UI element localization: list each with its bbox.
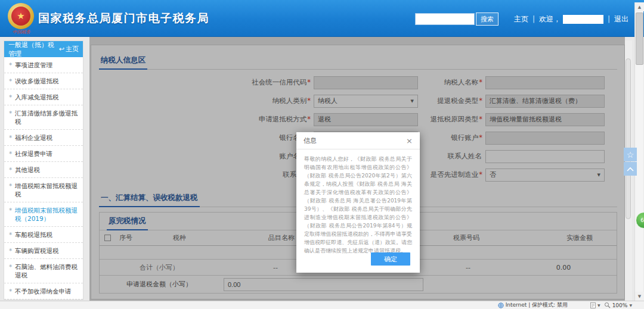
content-scrollbar-thumb[interactable]: [626, 58, 631, 219]
bullet-icon: *: [9, 93, 15, 101]
back-arrow-icon: ↩: [59, 45, 64, 53]
sidebar-menu: 一般退（抵）税管理 ↩ 主页 *事项进度管理 *误收多缴退抵税 *入库减免退抵税…: [4, 40, 83, 300]
sidebar-title: 一般退（抵）税管理: [8, 40, 59, 58]
bullet-icon: *: [9, 61, 15, 69]
chevron-up-icon: [627, 167, 634, 171]
search-input[interactable]: [415, 13, 475, 25]
sidebar-item-vat-credit-offset[interactable]: *增值税留抵抵欠: [4, 299, 83, 300]
star-icon: ☆: [627, 150, 634, 160]
globe-icon: [498, 302, 504, 308]
sidebar-item-vehicle-purchase-refund[interactable]: *车辆购置税退税: [4, 243, 83, 259]
top-header: ★ 中国税务 国家税务总局厦门市电子税务局 搜索 主页 | 欢迎， | 退出: [0, 0, 644, 37]
site-title: 国家税务总局厦门市电子税务局: [38, 11, 209, 26]
page-icon: [590, 302, 596, 308]
sidebar-item-vat-period-end-refund[interactable]: *增值税期末留抵税额退税: [4, 178, 83, 202]
favorite-star-button[interactable]: ☆: [624, 148, 637, 161]
dialog-message: 尊敬的纳税人您好，《财政部 税务总局关于明确国有农用地出租等增值税政策的公告》（…: [296, 149, 420, 255]
bullet-icon: *: [9, 182, 15, 198]
browser-scrollbar-thumb[interactable]: [636, 13, 643, 65]
bullet-icon: *: [9, 133, 15, 142]
sidebar-item-welfare-refund[interactable]: *福利企业退税: [4, 130, 83, 146]
security-zone-label: Internet | 保护模式: 禁用: [506, 301, 568, 309]
zoom-control[interactable]: 100% ▼: [604, 302, 632, 308]
separator: |: [608, 15, 610, 23]
separator: |: [532, 15, 535, 23]
logo-caption: 中国税务: [6, 29, 37, 35]
sidebar-home-button[interactable]: ↩ 主页: [59, 45, 79, 54]
sidebar-item-wrong-collection-refund[interactable]: *误收多缴退抵税: [4, 73, 83, 89]
bullet-icon: *: [9, 206, 15, 223]
home-link[interactable]: 主页: [514, 14, 528, 24]
logo-emblem-icon: ★: [11, 7, 30, 26]
bullet-icon: *: [9, 287, 15, 295]
sidebar-item-storage-reduction-refund[interactable]: *入库减免退抵税: [4, 89, 83, 105]
confirm-button[interactable]: 确定: [371, 252, 410, 266]
sidebar-item-social-security-refund[interactable]: *社保退费申请: [4, 146, 83, 162]
browser-status-bar: Internet | 保护模式: 禁用 ▼ 100% ▼: [0, 301, 644, 309]
chevron-down-icon: ▼: [597, 303, 600, 307]
bullet-icon: *: [9, 77, 15, 85]
sidebar-item-progress[interactable]: *事项进度管理: [4, 57, 83, 73]
bullet-icon: *: [9, 109, 15, 126]
welcome-label: 欢迎，: [539, 14, 561, 24]
scroll-up-arrow-icon[interactable]: ▲: [635, 2, 644, 11]
close-icon[interactable]: ×: [406, 137, 413, 145]
scroll-down-arrow-icon[interactable]: ▼: [635, 292, 644, 301]
bullet-icon: *: [9, 166, 15, 174]
app-window: ★ 中国税务 国家税务总局厦门市电子税务局 搜索 主页 | 欢迎， | 退出 一…: [0, 0, 644, 309]
dialog-title: 信息: [304, 136, 317, 145]
sidebar-item-other-refund[interactable]: *其他退税: [4, 162, 83, 178]
tax-bureau-logo: ★ 中国税务: [6, 2, 37, 35]
badge-text: 64: [640, 217, 644, 223]
search-button[interactable]: 搜索: [476, 13, 499, 26]
magnifier-icon: [604, 302, 611, 308]
sidebar-item-vehicle-vessel-refund[interactable]: *车船税退抵税: [4, 227, 83, 243]
username-redacted: [563, 15, 603, 24]
sidebar-header: 一般退（抵）税管理 ↩ 主页: [4, 41, 83, 57]
sidebar-item-no-late-fee-application[interactable]: *不予加收滞纳金申请: [4, 283, 83, 299]
scroll-to-top-button[interactable]: [624, 162, 637, 176]
bullet-icon: *: [9, 230, 15, 239]
bullet-icon: *: [9, 149, 15, 158]
chevron-down-icon: ▼: [629, 303, 632, 307]
bullet-icon: *: [9, 263, 15, 279]
sidebar-item-settlement-overpay-refund[interactable]: *汇算清缴结算多缴退抵税: [4, 105, 83, 130]
info-dialog: 信息 × 尊敬的纳税人您好，《财政部 税务总局关于明确国有农用地出租等增值税政策…: [296, 132, 420, 273]
page-tools-control[interactable]: ▼: [590, 302, 600, 308]
sidebar-item-vat-period-end-refund-2019[interactable]: *增值税期末留抵税额退税（2019）: [4, 202, 83, 227]
bullet-icon: *: [9, 246, 15, 255]
logout-link[interactable]: 退出: [614, 14, 628, 24]
sidebar-item-naphtha-fuel-refund[interactable]: *石脑油、燃料油消费税退税: [4, 259, 83, 283]
zoom-level-label: 100%: [612, 302, 628, 308]
